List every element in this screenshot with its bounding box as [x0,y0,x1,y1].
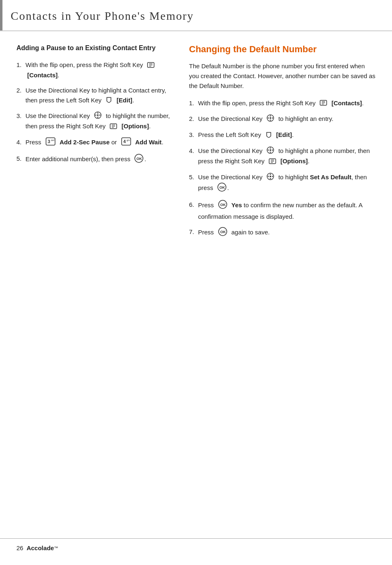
key3-icon: 3 def [46,137,55,148]
step-number: 7. [189,227,198,236]
page-footer: 26 Accolade ™ [0,538,392,553]
main-content: Adding a Pause to an Existing Contact En… [0,31,392,261]
svg-point-31 [270,117,271,119]
svg-marker-7 [95,114,96,116]
step-number: 1. [16,60,25,69]
edit-label: [Edit] [276,131,292,138]
svg-text:OK: OK [219,185,225,190]
step-text: With the flip open, press the Right Soft… [198,98,376,109]
ok-key-icon: OK [218,227,227,239]
add-2sec-pause-label: Add 2-Sec Pause [60,139,110,146]
page-title: Contacts in Your Phone's Memory [2,0,202,30]
svg-text:def: def [51,139,55,141]
right-soft-key-icon [110,122,117,132]
right-section-title: Changing the Default Number [189,44,376,56]
step-number: 3. [16,111,25,120]
step-text: Use the Directional Key to h [25,111,173,132]
right-section-intro: The Default Number is the phone number y… [189,61,376,91]
step-number: 2. [16,86,25,95]
svg-marker-34 [270,152,271,153]
brand-trademark: ™ [54,545,58,551]
ok-key-icon: OK [134,154,143,165]
page-header: Contacts in Your Phone's Memory [0,0,392,31]
list-item: 5. Use the Directional Key [189,172,376,194]
right-soft-key-icon [147,61,154,70]
step-text: Use the Directional Key to h [198,114,376,124]
right-steps-list: 1. With the flip open, press the Right S… [189,98,376,239]
svg-marker-6 [97,117,99,118]
page-number: 26 [16,544,23,553]
list-item: 5. Enter additional number(s), then pres… [16,154,173,165]
step-number: 3. [189,130,198,139]
left-section-title: Adding a Pause to an Existing Contact En… [16,44,173,53]
svg-marker-33 [270,147,271,148]
directional-key-icon [94,111,101,121]
ok-key-icon: OK [217,183,226,194]
step-number: 5. [189,172,198,182]
svg-text:4: 4 [123,139,126,144]
svg-point-47 [270,176,271,177]
svg-marker-45 [267,176,269,177]
svg-marker-36 [272,149,273,151]
step-text: Press the Left Soft Key [Edit]. [198,130,376,140]
list-item: 1. With the flip open, press the Right S… [16,60,173,80]
step-text: Use the Directional Key to h [198,172,376,194]
list-item: 4. Use the Directional Key [189,146,376,167]
svg-text:ghi: ghi [127,139,130,141]
list-item: 2. Use the Directional Key [189,114,376,124]
options-label: [Options] [122,123,149,130]
page-container: Contacts in Your Phone's Memory Adding a… [0,0,392,565]
svg-marker-46 [272,176,273,177]
list-item: 3. Press the Left Soft Key [Edit]. [189,130,376,140]
edit-label: [Edit] [117,97,132,104]
svg-marker-43 [270,174,271,175]
list-item: 2. Use the Directional Key to highlight … [16,86,173,105]
step-text: Press OK again to save. [198,227,376,239]
key4-icon: 4 ghi [121,137,131,148]
right-soft-key-icon [269,157,276,167]
list-item: 1. With the flip open, press the Right S… [189,98,376,109]
step-text: Use the Directional Key to highlight a C… [25,86,173,105]
step-text: Enter additional number(s), then press O… [25,154,173,165]
directional-key-icon [267,114,274,124]
left-steps-list: 1. With the flip open, press the Right S… [16,60,173,165]
svg-marker-35 [267,149,269,151]
contacts-label: [Contacts] [27,72,58,79]
step-number: 4. [16,137,25,147]
step-text: Press 3 def Add 2-Sec Pause or [25,137,173,148]
left-column: Adding a Pause to an Existing Contact En… [16,44,173,244]
set-as-default-label: Set As Default [310,174,351,181]
svg-marker-28 [270,120,271,121]
svg-text:OK: OK [220,230,226,234]
step-number: 5. [16,154,25,163]
svg-marker-44 [270,178,271,179]
step-number: 2. [189,114,198,123]
list-item: 4. Press 3 def Add 2-Sec Pause or [16,137,173,148]
step-text: With the flip open, press the Right Soft… [25,60,173,80]
svg-marker-5 [97,112,99,113]
step-text: Use the Directional Key to h [198,146,376,167]
brand-name: Accolade [27,544,54,553]
options-label: [Options] [280,157,308,164]
right-column: Changing the Default Number The Default … [189,44,376,244]
directional-key-icon [267,146,274,156]
yes-label: Yes [231,201,242,208]
svg-text:3: 3 [48,139,50,144]
svg-text:OK: OK [220,203,226,207]
svg-point-37 [270,149,271,151]
svg-marker-8 [99,114,101,116]
svg-point-9 [97,114,99,116]
svg-text:OK: OK [136,157,142,161]
svg-marker-29 [267,117,269,119]
right-soft-key-icon [320,99,327,108]
contacts-label: [Contacts] [332,100,362,107]
directional-key-icon [267,173,274,183]
step-text: Press OK Yes to confirm the new number a… [198,200,376,221]
step-number: 6. [189,200,198,209]
list-item: 6. Press OK Yes to confirm the new numbe… [189,200,376,221]
svg-marker-27 [270,115,271,116]
list-item: 7. Press OK again to save. [189,227,376,239]
add-wait-label: Add Wait [135,139,161,146]
left-soft-key-icon [265,131,272,140]
ok-key-icon: OK [218,200,227,211]
